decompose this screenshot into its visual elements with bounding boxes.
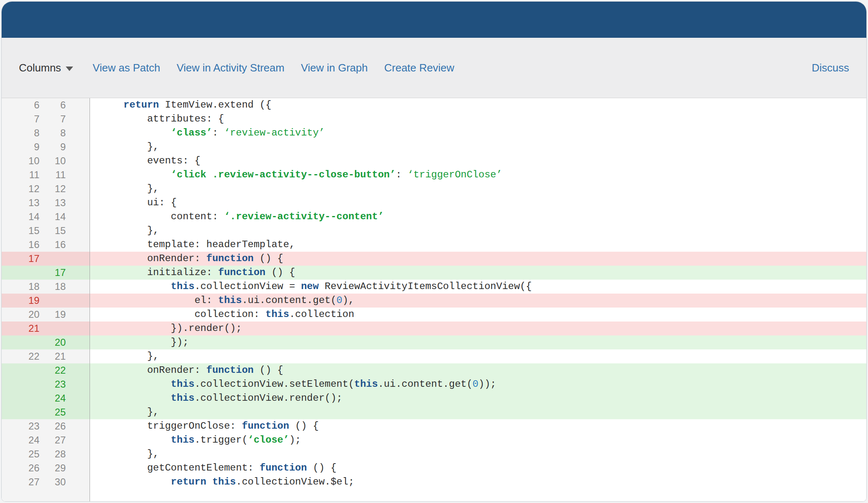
diff-row: 20 }); [2, 335, 866, 349]
view-in-graph-link[interactable]: View in Graph [301, 62, 368, 74]
line-number-old[interactable] [2, 266, 39, 280]
line-number-old[interactable]: 12 [2, 182, 39, 196]
diff-row: 2730 return this.collectionView.$el; [2, 475, 866, 489]
code-line: attributes: { [90, 112, 866, 126]
discuss-link[interactable]: Discuss [812, 62, 849, 74]
diff-row: 88 ‘class’: ‘review-activity’ [2, 126, 866, 140]
line-number-new[interactable]: 9 [39, 140, 66, 154]
code-line: content: ‘.review-activity--content’ [90, 210, 866, 224]
line-number-old[interactable]: 20 [2, 308, 39, 322]
line-number-gutter: 2019 [2, 308, 90, 322]
line-number-old[interactable]: 10 [2, 154, 39, 168]
line-number-old[interactable]: 22 [2, 349, 39, 363]
line-number-gutter: 1212 [2, 182, 90, 196]
line-number-new[interactable]: 16 [39, 238, 66, 252]
line-number-new[interactable]: 15 [39, 224, 66, 238]
line-number-old[interactable]: 27 [2, 475, 39, 489]
line-number-new[interactable]: 6 [39, 98, 66, 112]
line-number-new[interactable]: 12 [39, 182, 66, 196]
create-review-link[interactable]: Create Review [384, 62, 454, 74]
diff-row: 25 }, [2, 405, 866, 419]
line-number-gutter: 2528 [2, 447, 90, 461]
code-line: this.collectionView.render(); [90, 391, 866, 405]
line-number-new[interactable]: 10 [39, 154, 66, 168]
code-line: getContentElement: function () { [90, 461, 866, 475]
line-number-gutter: 22 [2, 363, 90, 377]
line-number-gutter: 1414 [2, 210, 90, 224]
diff-row: 1313 ui: { [2, 196, 866, 210]
line-number-old[interactable]: 7 [2, 112, 39, 126]
line-number-old[interactable]: 13 [2, 196, 39, 210]
line-number-new[interactable]: 30 [39, 475, 66, 489]
line-number-new[interactable]: 20 [39, 335, 66, 349]
line-number-old[interactable]: 19 [2, 294, 39, 308]
line-number-old[interactable]: 18 [2, 280, 39, 294]
line-number-new[interactable]: 17 [39, 266, 66, 280]
diff-row: 23 this.collectionView.setElement(this.u… [2, 377, 866, 391]
line-number-gutter: 1111 [2, 168, 90, 182]
line-number-new[interactable]: 22 [39, 363, 66, 377]
line-number-new[interactable]: 11 [39, 168, 66, 182]
line-number-new[interactable]: 7 [39, 112, 66, 126]
line-number-gutter: 25 [2, 405, 90, 419]
code-line [90, 489, 866, 502]
line-number-old[interactable] [2, 391, 39, 405]
code-line: }, [90, 447, 866, 461]
diff-panel: Columns View as Patch View in Activity S… [1, 1, 867, 502]
diff-row: 1212 }, [2, 182, 866, 196]
line-number-new[interactable]: 8 [39, 126, 66, 140]
line-number-old[interactable]: 6 [2, 98, 39, 112]
view-as-patch-link[interactable]: View as Patch [93, 62, 160, 74]
line-number-new[interactable]: 28 [39, 447, 66, 461]
line-number-old[interactable]: 8 [2, 126, 39, 140]
line-number-new[interactable]: 18 [39, 280, 66, 294]
line-number-old[interactable] [2, 405, 39, 419]
diff-row: 19 el: this.ui.content.get(0), [2, 294, 866, 308]
line-number-new[interactable]: 29 [39, 461, 66, 475]
line-number-new[interactable]: 21 [39, 349, 66, 363]
code-line: }, [90, 405, 866, 419]
code-line: template: headerTemplate, [90, 238, 866, 252]
line-number-old[interactable]: 23 [2, 419, 39, 433]
chevron-down-icon [66, 67, 73, 71]
code-line: events: { [90, 154, 866, 168]
code-line: onRender: function () { [90, 252, 866, 266]
line-number-new[interactable]: 27 [39, 433, 66, 447]
line-number-new[interactable]: 25 [39, 405, 66, 419]
line-number-new[interactable] [39, 252, 66, 266]
line-number-gutter: 66 [2, 98, 90, 112]
line-number-old[interactable]: 9 [2, 140, 39, 154]
line-number-new[interactable]: 13 [39, 196, 66, 210]
diff-row: 1818 this.collectionView = new ReviewAct… [2, 280, 866, 294]
code-line: collection: this.collection [90, 308, 866, 322]
line-number-new[interactable]: 14 [39, 210, 66, 224]
line-number-old[interactable]: 11 [2, 168, 39, 182]
line-number-old[interactable] [2, 363, 39, 377]
line-number-new[interactable] [39, 294, 66, 308]
line-number-gutter: 2221 [2, 349, 90, 363]
line-number-gutter: 17 [2, 252, 90, 266]
line-number-new[interactable]: 24 [39, 391, 66, 405]
line-number-old[interactable] [2, 335, 39, 349]
line-number-new[interactable]: 23 [39, 377, 66, 391]
columns-dropdown[interactable]: Columns [19, 62, 73, 74]
view-in-activity-stream-link[interactable]: View in Activity Stream [177, 62, 285, 74]
line-number-old[interactable]: 24 [2, 433, 39, 447]
line-number-old[interactable]: 17 [2, 252, 39, 266]
line-number-old[interactable]: 21 [2, 322, 39, 335]
line-number-old[interactable]: 25 [2, 447, 39, 461]
diff-row-filler [2, 489, 866, 502]
line-number-new[interactable] [39, 322, 66, 335]
code-line: triggerOnClose: function () { [90, 419, 866, 433]
line-number-old[interactable]: 26 [2, 461, 39, 475]
code-line: this.trigger(‘close’); [90, 433, 866, 447]
line-number-new[interactable]: 19 [39, 308, 66, 322]
line-number-gutter: 2629 [2, 461, 90, 475]
code-line: }).render(); [90, 322, 866, 335]
line-number-old[interactable]: 15 [2, 224, 39, 238]
line-number-old[interactable]: 16 [2, 238, 39, 252]
line-number-old[interactable]: 14 [2, 210, 39, 224]
line-number-gutter: 20 [2, 335, 90, 349]
line-number-old[interactable] [2, 377, 39, 391]
line-number-new[interactable]: 26 [39, 419, 66, 433]
